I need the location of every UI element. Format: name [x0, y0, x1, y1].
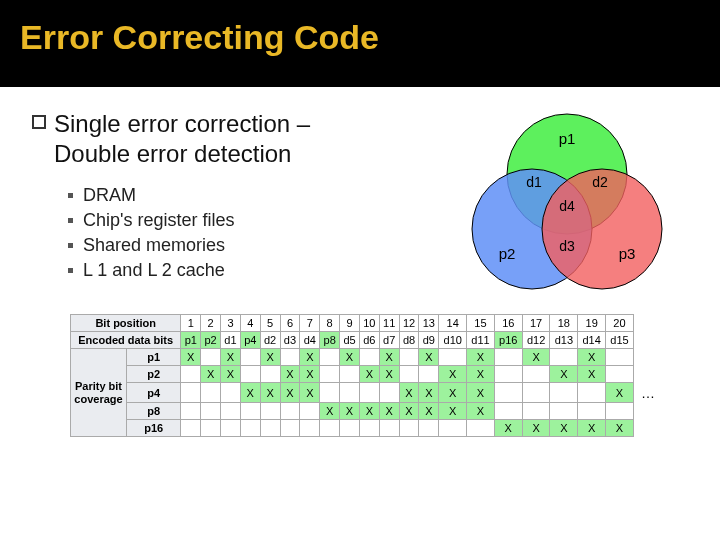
- cell-parity: [221, 420, 241, 437]
- cell-parity: X: [467, 403, 495, 420]
- cell-parity: [439, 349, 467, 366]
- list-text: Shared memories: [83, 235, 225, 256]
- cell-parity: X: [439, 366, 467, 383]
- cell-parity: X: [522, 420, 550, 437]
- cell-bitpos: 19: [578, 315, 606, 332]
- cell-parity: [606, 366, 634, 383]
- cell-parity: X: [181, 349, 201, 366]
- cell-parity: X: [550, 366, 578, 383]
- cell-parity: [578, 383, 606, 403]
- cell-parity: X: [419, 349, 439, 366]
- cell-parity: X: [359, 403, 379, 420]
- cell-encoded: d8: [399, 332, 419, 349]
- cell-encoded: d1: [221, 332, 241, 349]
- cell-encoded: p1: [181, 332, 201, 349]
- venn-d2: d2: [592, 174, 608, 190]
- th-parity-name: p1: [127, 349, 181, 366]
- cell-bitpos: 3: [221, 315, 241, 332]
- cell-parity: [340, 420, 360, 437]
- cell-bitpos: 20: [606, 315, 634, 332]
- cell-parity: X: [379, 349, 399, 366]
- cell-bitpos: 6: [280, 315, 300, 332]
- cell-parity: X: [494, 420, 522, 437]
- cell-parity: [522, 383, 550, 403]
- bullet-icon: [68, 243, 73, 248]
- heading-line2: Double error detection: [54, 140, 291, 167]
- cell-parity: [419, 420, 439, 437]
- cell-parity: [280, 349, 300, 366]
- cell-encoded: p2: [201, 332, 221, 349]
- cell-parity: [181, 366, 201, 383]
- cell-parity: X: [467, 366, 495, 383]
- cell-parity: [606, 349, 634, 366]
- cell-parity: X: [467, 383, 495, 403]
- cell-parity: [240, 366, 260, 383]
- list-text: DRAM: [83, 185, 136, 206]
- cell-parity: X: [379, 366, 399, 383]
- cell-parity: [494, 403, 522, 420]
- cell-parity: X: [240, 383, 260, 403]
- cell-parity: X: [419, 403, 439, 420]
- venn-p1: p1: [559, 130, 576, 147]
- cell-bitpos: 18: [550, 315, 578, 332]
- venn-diagram: p1 p2 p3 d1 d2 d3 d4: [452, 109, 682, 294]
- cell-parity: [359, 349, 379, 366]
- cell-parity: [340, 383, 360, 403]
- cell-parity: X: [578, 366, 606, 383]
- cell-parity: X: [221, 349, 241, 366]
- cell-encoded: d4: [300, 332, 320, 349]
- cell-parity: [320, 349, 340, 366]
- cell-parity: X: [467, 349, 495, 366]
- cell-parity: [240, 403, 260, 420]
- list-text: Chip's register files: [83, 210, 235, 231]
- cell-parity: [181, 420, 201, 437]
- cell-parity: [300, 403, 320, 420]
- cell-parity: X: [606, 383, 634, 403]
- cell-parity: X: [439, 383, 467, 403]
- cell-bitpos: 14: [439, 315, 467, 332]
- cell-parity: X: [280, 366, 300, 383]
- list-text: L 1 and L 2 cache: [83, 260, 225, 281]
- cell-encoded: d7: [379, 332, 399, 349]
- cell-parity: X: [606, 420, 634, 437]
- venn-p3: p3: [619, 245, 636, 262]
- cell-parity: [399, 366, 419, 383]
- cell-parity: X: [439, 403, 467, 420]
- bullet-icon: [68, 218, 73, 223]
- th-parity-name: p4: [127, 383, 181, 403]
- cell-parity: [340, 366, 360, 383]
- cell-parity: X: [260, 383, 280, 403]
- cell-parity: [280, 403, 300, 420]
- cell-parity: [201, 420, 221, 437]
- cell-parity: [439, 420, 467, 437]
- cell-bitpos: 17: [522, 315, 550, 332]
- spacer: [633, 420, 659, 437]
- cell-bitpos: 5: [260, 315, 280, 332]
- cell-encoded: d9: [419, 332, 439, 349]
- cell-parity: [494, 349, 522, 366]
- cell-parity: [419, 366, 439, 383]
- hamming-table: Bit position1234567891011121314151617181…: [70, 314, 660, 437]
- cell-parity: X: [522, 349, 550, 366]
- cell-parity: [606, 403, 634, 420]
- cell-parity: [550, 383, 578, 403]
- bullet-list: DRAM Chip's register files Shared memori…: [32, 185, 442, 281]
- cell-parity: X: [260, 349, 280, 366]
- cell-parity: X: [320, 403, 340, 420]
- spacer: [633, 403, 659, 420]
- cell-parity: [494, 366, 522, 383]
- cell-parity: X: [550, 420, 578, 437]
- cell-bitpos: 10: [359, 315, 379, 332]
- cell-parity: X: [399, 403, 419, 420]
- cell-bitpos: 4: [240, 315, 260, 332]
- cell-parity: X: [340, 349, 360, 366]
- cell-encoded: d10: [439, 332, 467, 349]
- cell-parity: X: [419, 383, 439, 403]
- cell-parity: [550, 349, 578, 366]
- list-item: DRAM: [68, 185, 442, 206]
- cell-encoded: d6: [359, 332, 379, 349]
- cell-bitpos: 7: [300, 315, 320, 332]
- cell-parity: X: [280, 383, 300, 403]
- spacer: [633, 349, 659, 366]
- cell-parity: [522, 366, 550, 383]
